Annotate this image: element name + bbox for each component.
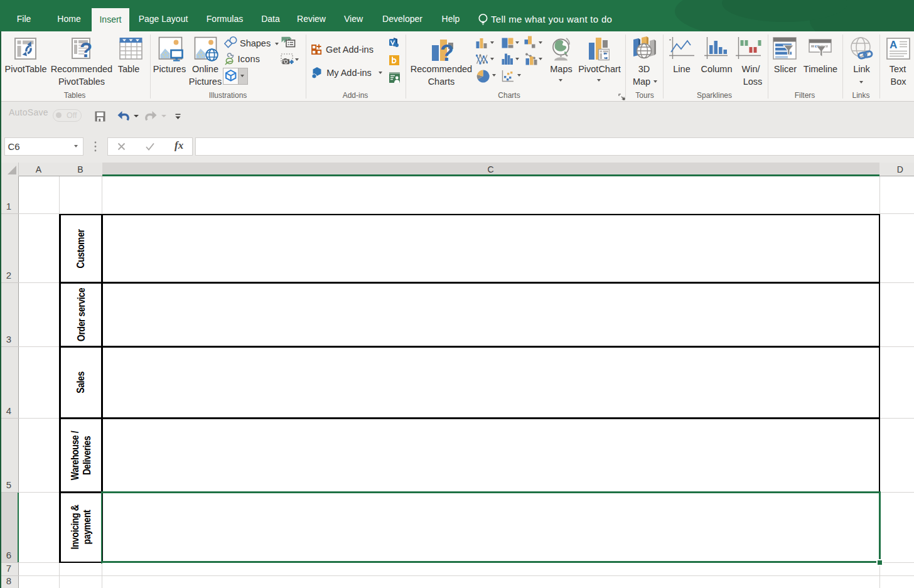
svg-text:?: ? bbox=[440, 40, 454, 65]
svg-text:?: ? bbox=[80, 38, 92, 60]
svg-text:A: A bbox=[890, 39, 897, 51]
